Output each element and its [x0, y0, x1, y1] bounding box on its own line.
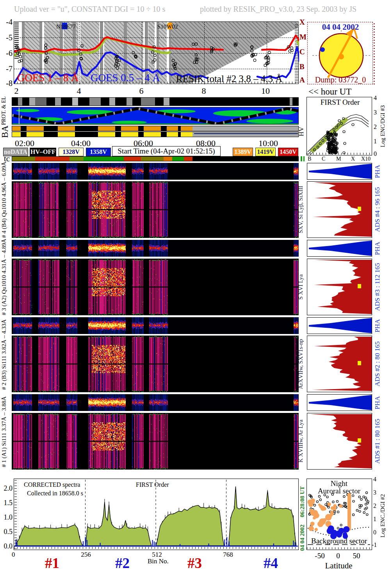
pha-hist-large	[307, 336, 372, 392]
corrected-subtitle: Collected in 18658.0 s	[27, 490, 83, 497]
ads-label: ADS #1 : 80 165	[374, 413, 382, 470]
panel-left-label: # 2 (B3) Si111 3.82Å – 4.33Å	[1, 317, 11, 392]
fo-xtick: X	[351, 156, 355, 162]
sun-panel: 04 04 2002 Dump: 03772_0	[307, 22, 373, 84]
legend-1450v: 1450V	[278, 148, 298, 156]
axis-ticks	[307, 547, 371, 549]
goes-xtick: 2	[11, 86, 22, 96]
tc-mark	[303, 156, 305, 161]
tc-strip	[12, 156, 299, 161]
fo-ylabel: Log ENC/DGI #3	[380, 101, 387, 152]
prot-el-strip	[12, 97, 299, 106]
time-tick: 04:00	[69, 138, 92, 148]
bin-no-label: Bin No.	[148, 557, 169, 565]
spectrogram-large	[12, 181, 299, 238]
spec-ytick: 0.0	[2, 542, 12, 550]
auroral-sector-label: Auroral sector	[307, 487, 371, 495]
goes-xtick: 6	[135, 86, 147, 96]
goes-class-c: C	[299, 48, 305, 56]
background-sector-label: Background sector	[307, 537, 371, 545]
time-tick: 10:00	[257, 138, 280, 148]
line-id-label: SXV, Si Lyβ, SiXIII	[298, 181, 306, 238]
resik-quicklook-page: Upload ver = "u", CONSTANT DGI = 10 ÷ 10…	[0, 0, 392, 577]
sun-date: 04 04 2002	[308, 22, 373, 32]
legend-1389v: 1389V	[233, 148, 253, 156]
start-time-box: Start Time (04-Apr-02 01:52:15)	[112, 146, 221, 156]
resik-total-label: RESIK total #2 3.8 – 4.3 Å	[176, 73, 282, 84]
goes-xtick: 4	[73, 86, 85, 96]
spectrogram-small	[12, 317, 299, 334]
panel-left-label: # 4 (B4) Qu1010 4.96Å – 6.09Å	[1, 163, 11, 238]
panel-left-label: # 3 (A2) Qu1010 4.31Å – 4.89Å	[1, 240, 11, 315]
line-id-label: S XVI Lya	[298, 259, 306, 315]
spec-ytick: 1.5	[2, 499, 12, 507]
goes-blue-label: GOES 0.5 – 4 Å	[91, 72, 160, 84]
goes-plot: N18E77 S10W02 GOES 1 – 8 Å GOES 0.5 – 4 …	[14, 21, 299, 84]
spec-ytick: 0.5	[2, 528, 12, 536]
spectrogram-small	[12, 163, 299, 180]
pha-label: PHA	[374, 240, 382, 257]
fo-ytick: 1	[374, 138, 377, 145]
goes-ytick: -7	[2, 64, 12, 73]
goes-xtick: 10	[258, 86, 273, 96]
goes-class-x: X	[299, 18, 305, 27]
lat-ytick: -1	[372, 541, 377, 548]
segment-label-3: #3	[187, 555, 202, 572]
time-tick: 02:00	[13, 138, 36, 148]
goes-class-b: B	[299, 63, 305, 71]
pha-hist-small	[307, 394, 372, 411]
ads-label: ADS #3 : 112 165	[374, 259, 382, 315]
ads-label: ADS #4 : 96 165	[374, 181, 382, 238]
pha-hist-small	[307, 317, 372, 334]
hv-line	[194, 133, 298, 134]
ba-strip-yellow	[12, 132, 299, 137]
segment-label-4: #4	[264, 555, 278, 572]
fo-ytick: 4	[374, 95, 377, 102]
pha-hist-large	[307, 259, 372, 315]
axis-ticks	[307, 153, 371, 155]
goes-ytick: -4	[2, 18, 12, 27]
corrected-spectra-curve	[14, 479, 298, 549]
first-order-panel: FIRST Order	[306, 97, 372, 155]
corrected-title: CORRECTED spectra	[24, 481, 80, 488]
corrected-spectra-plot: CORRECTED spectra Collected in 18658.0 s…	[14, 479, 299, 550]
fo-ytick: 3	[374, 109, 377, 116]
pha-hist-large	[307, 413, 372, 470]
prot-el-label: PROT. & EL	[1, 97, 9, 125]
goes-ytick: -5	[2, 33, 12, 42]
segment-label-1: #1	[45, 555, 59, 572]
pha-label: PHA	[374, 394, 382, 411]
fo-xtick: C	[322, 156, 325, 162]
legend-1358v: 1358V	[86, 148, 111, 156]
spectrogram-large	[12, 336, 299, 392]
region-dot-blue	[320, 47, 325, 52]
spectrogram-large	[12, 259, 299, 315]
line-id-label: ArXVIIw, SXV1s-np	[298, 336, 306, 392]
tc-mark	[301, 156, 302, 161]
ba-strip-orange	[12, 126, 299, 131]
line-id-label: K XVIIIw, Ar Lya	[298, 413, 306, 470]
pha-hist-small	[307, 163, 372, 180]
legend-1419v: 1419V	[255, 148, 276, 156]
dump-label: Dump: 03772_0	[308, 75, 373, 84]
spec-ytick: 2.0	[2, 484, 12, 493]
lat-ytick: 1	[373, 516, 376, 523]
lat-xtick: 0	[332, 552, 344, 560]
pha-hist-small	[307, 240, 372, 257]
goes-class-m: M	[299, 33, 306, 41]
goes-ytick: -6	[2, 49, 12, 58]
lat-ytick: 3	[373, 489, 376, 496]
corrected-order-label: FIRST Order	[136, 481, 169, 488]
panel-left-label: # 1 (A1) Si111 3.37Å – 3.88Å	[1, 394, 11, 470]
goes-class-a: A	[299, 76, 305, 84]
lat-ytick: 2	[373, 502, 376, 509]
fo-xtick: M	[336, 156, 341, 162]
fo-ytick: 0	[374, 150, 377, 157]
flare-label-1: N18E77	[56, 23, 76, 30]
electron-spectrogram-strip	[12, 107, 299, 125]
latitude-axis-label: Latitude	[318, 561, 359, 571]
lat-ytick: 0	[373, 529, 376, 536]
lat-ylabel: Log ENC./DGI #2	[380, 490, 387, 541]
header-left: Upload ver = "u", CONSTANT DGI = 10 ÷ 10…	[14, 5, 165, 14]
spectrogram-small	[12, 394, 299, 411]
